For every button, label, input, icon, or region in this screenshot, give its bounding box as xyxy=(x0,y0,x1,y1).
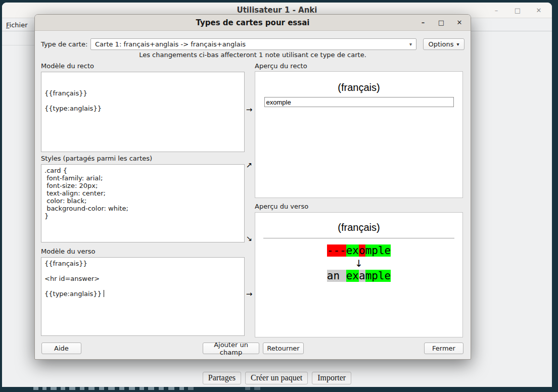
main-window-controls: – □ ✕ xyxy=(492,3,543,18)
chevron-down-icon: ▾ xyxy=(457,41,459,47)
create-deck-button[interactable]: Créer un paquet xyxy=(245,372,308,384)
front-preview-label: Aperçu du recto xyxy=(255,62,307,70)
dialog-controls: – □ ✕ xyxy=(419,15,463,30)
typed-answer-diff: ---exomple xyxy=(255,244,462,257)
close-icon[interactable]: ✕ xyxy=(535,7,543,14)
back-preview-panel: (français) ---exomple ↓ an example xyxy=(255,212,463,337)
back-template-editor[interactable]: {{français}} <hr id=answer> {{type:angla… xyxy=(41,257,245,336)
main-footer-buttons: Partages Créer un paquet Importer xyxy=(2,372,552,384)
arrow-down-icon: ↓ xyxy=(255,257,462,269)
front-field-hint: (français) xyxy=(255,82,462,93)
back-preview-label: Aperçu du verso xyxy=(255,203,308,210)
card-type-selected-value: Carte 1: français+anglais -> français+an… xyxy=(95,40,406,48)
arrow-down-right-icon: ↘ xyxy=(244,234,254,243)
flip-button[interactable]: Retourner xyxy=(263,342,304,354)
card-types-dialog: Types de cartes pour essai – □ ✕ Type de… xyxy=(34,14,471,360)
import-button[interactable]: Importer xyxy=(312,372,351,384)
front-template-editor[interactable]: {{français}} {{type:anglais}} xyxy=(41,72,245,152)
close-button[interactable]: Fermer xyxy=(424,342,463,354)
styles-label: Styles (partagés parmi les cartes) xyxy=(41,155,152,162)
desktop-background: Utilisateur 1 - Anki – □ ✕ Fichier Éditi… xyxy=(0,0,558,392)
minimize-icon[interactable]: – xyxy=(492,7,500,14)
shared-decks-button[interactable]: Partages xyxy=(203,372,241,384)
text-caret xyxy=(104,290,104,297)
add-field-button[interactable]: Ajouter un champ xyxy=(203,342,259,354)
main-window-title: Utilisateur 1 - Anki xyxy=(237,6,317,15)
back-field-hint: (français) xyxy=(255,222,462,233)
styles-editor[interactable]: .card { font-family: arial; font-size: 2… xyxy=(41,164,245,242)
dialog-titlebar[interactable]: Types de cartes pour essai – □ ✕ xyxy=(35,15,471,31)
help-button[interactable]: Aide xyxy=(41,342,81,354)
maximize-icon[interactable]: □ xyxy=(514,7,522,14)
arrow-right-icon: → xyxy=(244,289,254,299)
close-icon[interactable]: ✕ xyxy=(455,19,463,26)
card-type-select[interactable]: Carte 1: français+anglais -> français+an… xyxy=(90,38,416,50)
correct-answer-diff: an example xyxy=(255,269,462,282)
back-template-label: Modèle du verso xyxy=(41,248,96,255)
dialog-title: Types de cartes pour essai xyxy=(196,18,310,27)
options-button-label: Options xyxy=(428,40,453,48)
notes-affected-info: Les changements ci-bas affecteront 1 not… xyxy=(35,51,471,59)
minimize-icon[interactable]: – xyxy=(419,19,427,26)
arrow-up-right-icon: ↗ xyxy=(244,161,254,170)
menu-fichier[interactable]: Fichier xyxy=(6,21,28,29)
options-button[interactable]: Options ▾ xyxy=(423,38,464,50)
front-preview-panel: (français) xyxy=(255,71,463,198)
maximize-icon[interactable]: □ xyxy=(437,19,445,26)
answer-divider xyxy=(263,238,454,238)
type-answer-input[interactable] xyxy=(264,97,454,107)
chevron-down-icon: ▾ xyxy=(409,41,412,47)
front-template-label: Modèle du recto xyxy=(41,62,94,70)
card-type-label: Type de carte: xyxy=(41,40,87,48)
arrow-right-icon: → xyxy=(244,105,254,114)
toolbar-divider xyxy=(2,45,34,45)
